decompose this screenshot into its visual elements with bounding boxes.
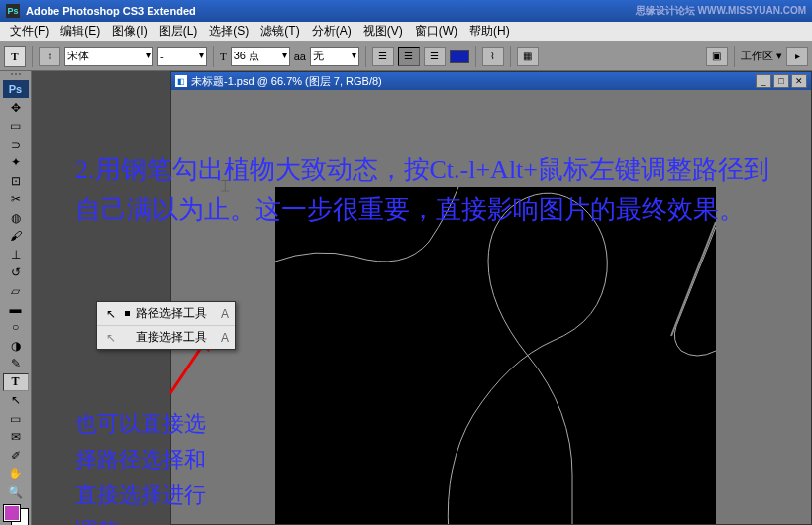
warp-text-icon[interactable]: ⌇: [482, 47, 504, 66]
foreground-color[interactable]: [4, 505, 20, 521]
document-titlebar[interactable]: ◧ 未标题-1.psd @ 66.7% (图层 7, RGB/8) _ □ ✕: [171, 72, 811, 90]
move-tool[interactable]: ✥: [3, 98, 29, 116]
eyedropper-tool[interactable]: ✐: [3, 447, 29, 465]
align-left-icon[interactable]: ☰: [372, 47, 394, 66]
flyout-path-selection-tool[interactable]: ↖ 路径选择工具 A: [97, 302, 235, 326]
maximize-button[interactable]: □: [773, 74, 789, 88]
app-titlebar: Ps Adobe Photoshop CS3 Extended 思缘设计论坛 W…: [0, 0, 812, 22]
flyout-item-label: 路径选择工具: [136, 305, 207, 322]
brush-tool[interactable]: 🖌: [3, 227, 29, 245]
menu-bar: 文件(F) 编辑(E) 图像(I) 图层(L) 选择(S) 滤镜(T) 分析(A…: [0, 22, 812, 42]
notes-tool[interactable]: ✉: [3, 428, 29, 446]
white-arrow-icon: ↖: [103, 331, 119, 345]
app-logo-icon: Ps: [6, 4, 20, 18]
menu-edit[interactable]: 编辑(E): [54, 21, 106, 42]
app-title: Adobe Photoshop CS3 Extended: [26, 5, 196, 17]
workspace-menu-icon[interactable]: ▸: [786, 47, 808, 66]
lasso-tool[interactable]: ⊃: [3, 135, 29, 153]
blur-tool[interactable]: ○: [3, 318, 29, 336]
stamp-tool[interactable]: ⊥: [3, 245, 29, 262]
color-swatches[interactable]: [4, 505, 28, 525]
dodge-tool[interactable]: ◑: [3, 337, 29, 355]
toolbox-grip[interactable]: [2, 73, 30, 78]
crop-tool[interactable]: ⊡: [3, 171, 29, 189]
ps-logo-icon: Ps: [3, 80, 29, 98]
workspace-area: ◧ 未标题-1.psd @ 66.7% (图层 7, RGB/8) _ □ ✕ …: [32, 71, 812, 525]
zoom-tool[interactable]: 🔍: [3, 483, 29, 501]
flyout-item-label: 直接选择工具: [136, 329, 207, 346]
menu-analysis[interactable]: 分析(A): [306, 21, 357, 42]
canvas[interactable]: [275, 187, 716, 524]
options-bar: T ↕ 宋体 - T 36 点 aa 无 ☰ ☰ ☰ ⌇ ▦ ▣ 工作区 ▾ ▸: [0, 42, 812, 71]
menu-image[interactable]: 图像(I): [106, 21, 152, 42]
document-title: 未标题-1.psd @ 66.7% (图层 7, RGB/8): [191, 74, 382, 89]
flyout-direct-selection-tool[interactable]: ↖ 直接选择工具 A: [97, 326, 235, 349]
flyout-shortcut: A: [221, 307, 229, 321]
align-right-icon[interactable]: ☰: [424, 47, 446, 66]
healing-tool[interactable]: ◍: [3, 208, 29, 226]
slice-tool[interactable]: ✂: [3, 190, 29, 208]
align-center-icon[interactable]: ☰: [398, 47, 420, 66]
char-panel-icon[interactable]: ▦: [517, 47, 539, 66]
antialias-select[interactable]: 无: [310, 47, 359, 66]
antialias-label: aa: [294, 51, 306, 62]
toolbox: Ps ✥ ▭ ⊃ ✦ ⊡ ✂ ◍ 🖌 ⊥ ↺ ▱ ▬ ○ ◑ ✎ T ↖ ▭ ✉…: [0, 71, 32, 525]
watermark-text: 思缘设计论坛 WWW.MISSYUAN.COM: [636, 4, 806, 18]
active-tool-dot-icon: [125, 311, 130, 316]
pen-tool[interactable]: ✎: [3, 355, 29, 372]
document-icon: ◧: [175, 75, 187, 87]
menu-view[interactable]: 视图(V): [357, 21, 409, 42]
menu-window[interactable]: 窗口(W): [409, 21, 463, 42]
pen-paths: [275, 187, 716, 524]
black-arrow-icon: ↖: [103, 307, 119, 321]
eraser-tool[interactable]: ▱: [3, 281, 29, 299]
menu-file[interactable]: 文件(F): [4, 21, 54, 42]
path-select-tool[interactable]: ↖: [3, 391, 29, 409]
font-style-select[interactable]: -: [157, 47, 207, 66]
minimize-button[interactable]: _: [756, 74, 771, 88]
menu-filter[interactable]: 滤镜(T): [254, 21, 305, 42]
orientation-toggle-icon[interactable]: ↕: [39, 47, 60, 66]
font-size-icon: T: [220, 51, 227, 62]
current-tool-indicator[interactable]: T: [4, 46, 26, 67]
font-size-select[interactable]: 36 点: [231, 47, 290, 66]
close-button[interactable]: ✕: [791, 74, 807, 88]
annotation-step-2: 2.用钢笔勾出植物大致动态，按Ct.-l+Alt+鼠标左键调整路径到自己满以为止…: [75, 151, 782, 230]
text-tool[interactable]: T: [3, 373, 29, 391]
flyout-shortcut: A: [221, 331, 229, 345]
marquee-tool[interactable]: ▭: [3, 117, 29, 135]
gradient-tool[interactable]: ▬: [3, 300, 29, 318]
shape-tool[interactable]: ▭: [3, 410, 29, 428]
menu-select[interactable]: 选择(S): [203, 21, 254, 42]
document-window: ◧ 未标题-1.psd @ 66.7% (图层 7, RGB/8) _ □ ✕ …: [170, 71, 812, 525]
menu-help[interactable]: 帮助(H): [463, 21, 516, 42]
bridge-icon[interactable]: ▣: [706, 47, 728, 66]
text-color-swatch[interactable]: [450, 50, 469, 63]
history-brush-tool[interactable]: ↺: [3, 263, 29, 281]
hand-tool[interactable]: ✋: [3, 465, 29, 482]
wand-tool[interactable]: ✦: [3, 154, 29, 171]
annotation-tip-2: 也可以直接选择路径选择和直接选择进行调整: [75, 406, 214, 525]
path-tool-flyout: ↖ 路径选择工具 A ↖ 直接选择工具 A: [96, 301, 236, 350]
menu-layer[interactable]: 图层(L): [153, 21, 204, 42]
workspace-dropdown[interactable]: 工作区 ▾: [741, 49, 782, 63]
font-family-select[interactable]: 宋体: [64, 47, 153, 66]
